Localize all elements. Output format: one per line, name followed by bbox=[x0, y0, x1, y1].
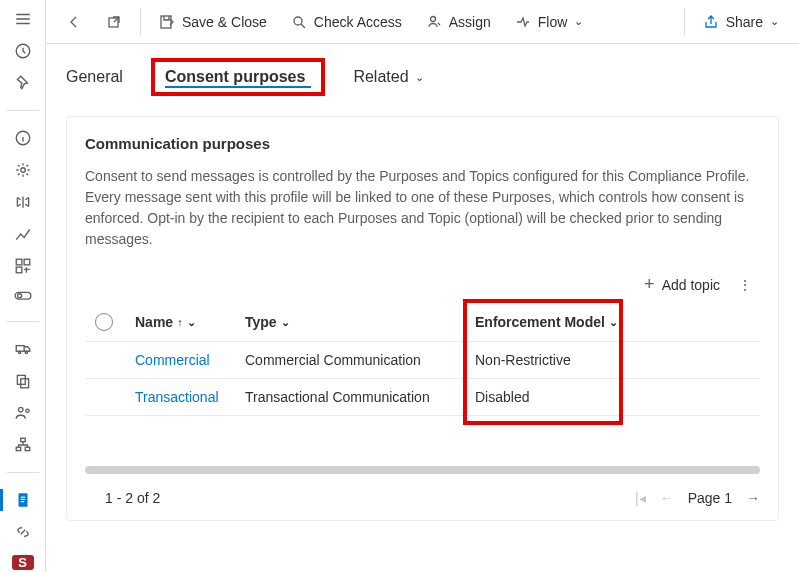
save-close-button[interactable]: Save & Close bbox=[151, 8, 275, 36]
svg-rect-5 bbox=[16, 267, 22, 273]
command-bar: Save & Close Check Access Assign Flow ⌄ … bbox=[46, 0, 799, 44]
svg-rect-19 bbox=[20, 496, 25, 497]
add-topic-label: Add topic bbox=[662, 277, 720, 293]
svg-rect-3 bbox=[16, 259, 22, 265]
card-title: Communication purposes bbox=[85, 135, 760, 152]
add-topic-button[interactable]: + Add topic bbox=[644, 274, 720, 295]
clock-icon[interactable] bbox=[14, 42, 32, 60]
svg-rect-15 bbox=[20, 438, 25, 441]
svg-point-7 bbox=[17, 294, 21, 298]
gear-icon[interactable] bbox=[14, 161, 32, 179]
info-icon[interactable] bbox=[14, 129, 32, 147]
svg-rect-8 bbox=[16, 345, 24, 351]
pager: 1 - 2 of 2 |◂ ← Page 1 → bbox=[85, 490, 760, 506]
table-row[interactable]: Commercial Commercial Communication Non-… bbox=[85, 342, 760, 379]
pager-prev-button[interactable]: ← bbox=[660, 490, 674, 506]
table-row[interactable]: Transactional Transactional Communicatio… bbox=[85, 379, 760, 416]
people-icon[interactable] bbox=[14, 404, 32, 422]
select-all-radio[interactable] bbox=[95, 313, 113, 331]
open-new-button[interactable] bbox=[98, 8, 130, 36]
flow-label: Flow bbox=[538, 14, 568, 30]
card-description: Consent to send messages is controlled b… bbox=[85, 166, 760, 250]
chevron-down-icon: ⌄ bbox=[770, 15, 779, 28]
chevron-down-icon: ⌄ bbox=[415, 71, 424, 84]
row-type: Commercial Communication bbox=[245, 352, 475, 368]
row-enforcement: Disabled bbox=[475, 389, 675, 405]
user-badge[interactable]: S bbox=[12, 555, 34, 570]
database-icon[interactable] bbox=[14, 193, 32, 211]
svg-point-25 bbox=[430, 16, 435, 21]
row-name-link[interactable]: Commercial bbox=[135, 352, 245, 368]
assign-button[interactable]: Assign bbox=[418, 8, 499, 36]
svg-rect-4 bbox=[24, 259, 30, 265]
pager-range: 1 - 2 of 2 bbox=[105, 490, 160, 506]
plus-icon: + bbox=[644, 274, 655, 295]
save-close-label: Save & Close bbox=[182, 14, 267, 30]
svg-rect-21 bbox=[20, 501, 23, 502]
tab-consent-purposes[interactable]: Consent purposes bbox=[151, 58, 325, 96]
chart-icon[interactable] bbox=[14, 225, 32, 243]
pager-first-button[interactable]: |◂ bbox=[635, 490, 646, 506]
purposes-table: Name ↑ ⌄ Type ⌄ Enforcement Model ⌄ Comm… bbox=[85, 303, 760, 416]
svg-rect-16 bbox=[16, 447, 21, 450]
site-rail: S bbox=[0, 0, 46, 572]
header-enforcement[interactable]: Enforcement Model ⌄ bbox=[475, 314, 675, 330]
svg-point-14 bbox=[25, 409, 28, 412]
toggle-icon[interactable] bbox=[14, 289, 32, 303]
svg-point-24 bbox=[294, 17, 302, 25]
flow-button[interactable]: Flow ⌄ bbox=[507, 8, 592, 36]
sitemap-icon[interactable] bbox=[14, 436, 32, 454]
svg-rect-17 bbox=[25, 447, 30, 450]
truck-icon[interactable] bbox=[14, 340, 32, 358]
svg-point-13 bbox=[18, 407, 23, 412]
pager-next-button[interactable]: → bbox=[746, 490, 760, 506]
row-name-link[interactable]: Transactional bbox=[135, 389, 245, 405]
chevron-down-icon: ⌄ bbox=[574, 15, 583, 28]
share-label: Share bbox=[726, 14, 763, 30]
table-header: Name ↑ ⌄ Type ⌄ Enforcement Model ⌄ bbox=[85, 303, 760, 342]
horizontal-scrollbar[interactable] bbox=[85, 466, 760, 474]
grid-icon[interactable] bbox=[14, 257, 32, 275]
document-icon[interactable] bbox=[14, 491, 32, 509]
assign-label: Assign bbox=[449, 14, 491, 30]
communication-purposes-card: Communication purposes Consent to send m… bbox=[66, 116, 779, 521]
form-tabs: General Consent purposes Related ⌄ bbox=[46, 44, 799, 104]
more-actions-button[interactable]: ⋮ bbox=[738, 277, 754, 293]
svg-point-10 bbox=[25, 351, 27, 353]
svg-point-2 bbox=[20, 168, 25, 173]
check-access-button[interactable]: Check Access bbox=[283, 8, 410, 36]
share-button[interactable]: Share ⌄ bbox=[695, 8, 787, 36]
copy-icon[interactable] bbox=[14, 372, 32, 390]
check-access-label: Check Access bbox=[314, 14, 402, 30]
hamburger-icon[interactable] bbox=[14, 10, 32, 28]
svg-rect-20 bbox=[20, 498, 25, 499]
pager-page-label: Page 1 bbox=[688, 490, 732, 506]
tab-related[interactable]: Related ⌄ bbox=[353, 62, 423, 92]
svg-point-9 bbox=[18, 351, 20, 353]
header-type[interactable]: Type ⌄ bbox=[245, 314, 475, 330]
row-type: Transactional Communication bbox=[245, 389, 475, 405]
pin-icon[interactable] bbox=[14, 74, 32, 92]
tab-general[interactable]: General bbox=[66, 62, 123, 92]
link-icon[interactable] bbox=[14, 523, 32, 541]
header-name[interactable]: Name ↑ ⌄ bbox=[135, 314, 245, 330]
row-enforcement: Non-Restrictive bbox=[475, 352, 675, 368]
back-button[interactable] bbox=[58, 8, 90, 36]
